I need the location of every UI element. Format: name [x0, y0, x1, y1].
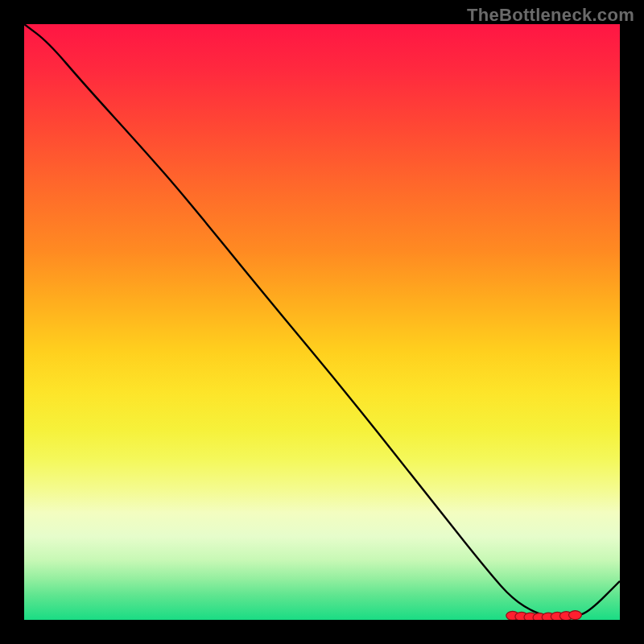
optimal-marker: [569, 611, 582, 620]
chart-frame: TheBottleneck.com: [0, 0, 644, 644]
line-layer: [24, 24, 620, 620]
marker-group: [506, 611, 582, 620]
watermark-text: TheBottleneck.com: [467, 5, 634, 26]
bottleneck-curve: [24, 24, 620, 618]
plot-area: [24, 24, 620, 620]
